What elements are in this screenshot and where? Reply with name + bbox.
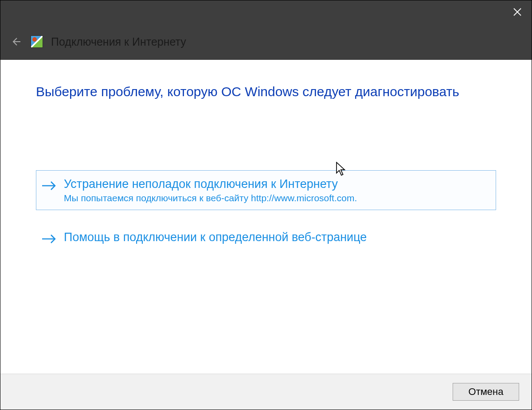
close-icon bbox=[513, 8, 521, 16]
footer-bar: Отмена bbox=[0, 374, 532, 410]
content-area: Выберите проблему, которую ОС Windows сл… bbox=[0, 60, 532, 374]
titlebar bbox=[0, 0, 532, 23]
option-title: Помощь в подключении к определенной веб-… bbox=[64, 230, 489, 245]
option-help-specific-page[interactable]: Помощь в подключении к определенной веб-… bbox=[36, 223, 496, 254]
cancel-button[interactable]: Отмена bbox=[453, 383, 519, 401]
back-button[interactable] bbox=[9, 35, 23, 48]
close-button[interactable] bbox=[509, 3, 526, 21]
back-arrow-icon bbox=[11, 36, 21, 47]
troubleshooter-window: Подключения к Интернету Выберите проблем… bbox=[0, 0, 532, 410]
network-troubleshooter-icon bbox=[31, 35, 43, 48]
arrow-right-icon bbox=[41, 231, 57, 247]
header-bar: Подключения к Интернету bbox=[0, 23, 532, 60]
option-text: Помощь в подключении к определенной веб-… bbox=[64, 230, 489, 245]
option-description: Мы попытаемся подключиться к веб-сайту h… bbox=[64, 193, 489, 203]
header-title: Подключения к Интернету bbox=[51, 35, 186, 48]
option-troubleshoot-internet[interactable]: Устранение неполадок подключения к Интер… bbox=[36, 170, 496, 210]
option-text: Устранение неполадок подключения к Интер… bbox=[64, 177, 489, 203]
page-heading: Выберите проблему, которую ОС Windows сл… bbox=[36, 84, 496, 99]
arrow-right-icon bbox=[41, 178, 57, 194]
option-title: Устранение неполадок подключения к Интер… bbox=[64, 177, 489, 192]
